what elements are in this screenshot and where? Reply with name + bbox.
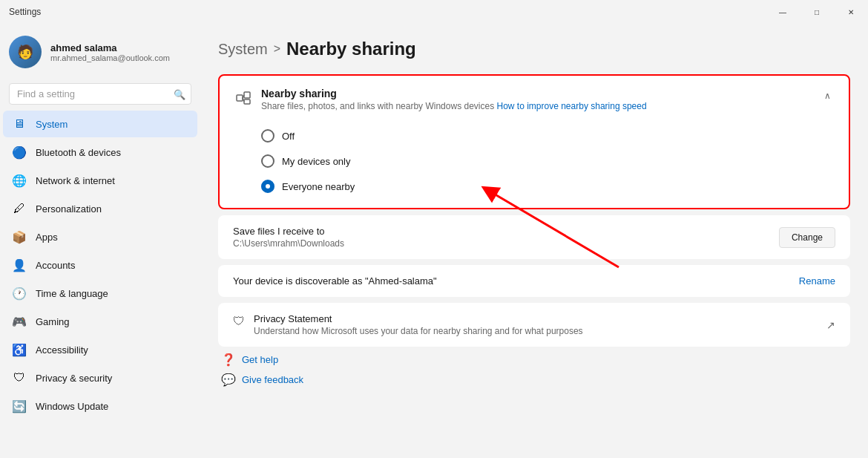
sidebar-item-bluetooth[interactable]: 🔵 Bluetooth & devices	[3, 139, 197, 166]
sidebar-item-gaming-label: Gaming	[36, 316, 70, 327]
privacy-icon: 🛡	[12, 370, 27, 385]
sidebar-item-update[interactable]: 🔄 Windows Update	[3, 393, 197, 419]
nearby-sharing-title: Nearby sharing	[261, 88, 647, 99]
privacy-title: Privacy Statement	[254, 313, 583, 324]
sidebar-item-apps[interactable]: 📦 Apps	[3, 223, 197, 250]
option-off[interactable]: Off	[261, 129, 834, 143]
bluetooth-icon: 🔵	[12, 145, 27, 160]
accessibility-icon: ♿	[12, 342, 27, 357]
user-name: ahmed salama	[50, 42, 170, 53]
sidebar-item-accounts-label: Accounts	[36, 260, 75, 271]
nearby-sharing-collapse-button[interactable]: ∧	[821, 88, 834, 104]
privacy-text: Privacy Statement Understand how Microso…	[254, 313, 583, 336]
option-my-devices[interactable]: My devices only	[261, 154, 834, 168]
nav-list: 🖥 System 🔵 Bluetooth & devices 🌐 Network…	[0, 111, 200, 421]
app-layout: 🧑 ahmed salama mr.ahmed_salama@outlook.c…	[0, 24, 868, 458]
device-text: Your device is discoverable as "Ahmed-sa…	[233, 275, 437, 287]
svg-line-4	[243, 98, 244, 102]
svg-rect-2	[244, 99, 250, 104]
footer-links: ❓ Get help 💬 Give feedback	[218, 353, 850, 387]
content-area: System > Nearby sharing	[200, 24, 868, 458]
get-help-label: Get help	[242, 354, 278, 365]
privacy-shield-icon: 🛡	[233, 315, 245, 328]
sidebar-item-privacy[interactable]: 🛡 Privacy & security	[3, 364, 197, 391]
sidebar-item-accessibility[interactable]: ♿ Accessibility	[3, 336, 197, 363]
nearby-sharing-header: Nearby sharing Share files, photos, and …	[220, 76, 849, 123]
time-icon: 🕐	[12, 286, 27, 301]
personalization-icon: 🖊	[12, 201, 27, 216]
get-help-link[interactable]: ❓ Get help	[221, 353, 850, 367]
user-info: ahmed salama mr.ahmed_salama@outlook.com	[50, 42, 170, 62]
radio-everyone[interactable]	[261, 180, 274, 193]
update-icon: 🔄	[12, 399, 27, 413]
sidebar-item-system-label: System	[36, 119, 68, 130]
privacy-inner: 🛡 Privacy Statement Understand how Micro…	[218, 303, 850, 347]
save-files-title: Save files I receive to	[233, 226, 344, 237]
page-header: System > Nearby sharing	[218, 39, 850, 59]
page-title: Nearby sharing	[286, 39, 416, 59]
sidebar-item-network[interactable]: 🌐 Network & internet	[3, 167, 197, 194]
privacy-card: 🛡 Privacy Statement Understand how Micro…	[218, 303, 850, 347]
sidebar: 🧑 ahmed salama mr.ahmed_salama@outlook.c…	[0, 24, 200, 458]
gaming-icon: 🎮	[12, 314, 27, 329]
option-everyone[interactable]: Everyone nearby	[261, 180, 834, 193]
apps-icon: 📦	[12, 229, 27, 244]
accounts-icon: 👤	[12, 258, 27, 272]
window-controls: — □ ✕	[766, 0, 868, 24]
sidebar-item-time-label: Time & language	[36, 288, 108, 299]
user-email: mr.ahmed_salama@outlook.com	[50, 53, 170, 62]
sidebar-item-bluetooth-label: Bluetooth & devices	[36, 147, 121, 158]
nearby-sharing-card: Nearby sharing Share files, photos, and …	[218, 74, 850, 209]
sidebar-item-time[interactable]: 🕐 Time & language	[3, 280, 197, 307]
avatar: 🧑	[9, 36, 42, 68]
titlebar: Settings — □ ✕	[0, 0, 868, 24]
close-button[interactable]: ✕	[834, 0, 868, 24]
save-files-path: C:\Users\mrahm\Downloads	[233, 238, 344, 249]
give-feedback-label: Give feedback	[242, 374, 303, 385]
radio-options-area: Off My devices only Everyone nearby	[220, 123, 849, 208]
maximize-button[interactable]: □	[800, 0, 834, 24]
search-icon: 🔍	[174, 88, 185, 99]
sidebar-item-gaming[interactable]: 🎮 Gaming	[3, 308, 197, 335]
sidebar-item-personalization[interactable]: 🖊 Personalization	[3, 195, 197, 222]
radio-my-devices[interactable]	[261, 154, 274, 168]
privacy-left: 🛡 Privacy Statement Understand how Micro…	[233, 313, 583, 336]
save-files-inner: Save files I receive to C:\Users\mrahm\D…	[218, 215, 850, 259]
give-feedback-icon: 💬	[221, 373, 236, 387]
sidebar-item-update-label: Windows Update	[36, 401, 108, 412]
privacy-desc: Understand how Microsoft uses your data …	[254, 326, 583, 336]
rename-link[interactable]: Rename	[799, 275, 835, 287]
nearby-sharing-text: Nearby sharing Share files, photos, and …	[261, 88, 647, 111]
radio-off[interactable]	[261, 129, 274, 143]
sidebar-item-accessibility-label: Accessibility	[36, 344, 88, 356]
sidebar-item-accounts[interactable]: 👤 Accounts	[3, 252, 197, 278]
external-link-icon[interactable]: ↗	[826, 319, 835, 331]
breadcrumb: System	[218, 41, 268, 58]
save-files-info: Save files I receive to C:\Users\mrahm\D…	[233, 226, 344, 249]
option-everyone-label: Everyone nearby	[282, 181, 355, 192]
save-files-card: Save files I receive to C:\Users\mrahm\D…	[218, 215, 850, 259]
nearby-sharing-link[interactable]: How to improve nearby sharing speed	[497, 101, 647, 111]
sidebar-item-personalization-label: Personalization	[36, 203, 102, 215]
app-title: Settings	[9, 7, 41, 17]
give-feedback-link[interactable]: 💬 Give feedback	[221, 373, 850, 387]
system-icon: 🖥	[12, 117, 27, 131]
change-button[interactable]: Change	[779, 227, 835, 248]
option-off-label: Off	[282, 131, 295, 142]
device-card: Your device is discoverable as "Ahmed-sa…	[218, 265, 850, 297]
user-profile[interactable]: 🧑 ahmed salama mr.ahmed_salama@outlook.c…	[0, 24, 200, 80]
nearby-sharing-header-left: Nearby sharing Share files, photos, and …	[234, 88, 647, 111]
breadcrumb-separator: >	[274, 42, 280, 56]
svg-rect-1	[244, 92, 250, 98]
nearby-sharing-icon	[234, 89, 252, 107]
sidebar-item-network-label: Network & internet	[36, 175, 115, 186]
get-help-icon: ❓	[221, 353, 236, 367]
device-inner: Your device is discoverable as "Ahmed-sa…	[218, 265, 850, 297]
annotation-container: Nearby sharing Share files, photos, and …	[218, 74, 850, 209]
sidebar-item-privacy-label: Privacy & security	[36, 373, 112, 384]
search-box[interactable]: 🔍	[9, 83, 191, 105]
minimize-button[interactable]: —	[766, 0, 800, 24]
search-input[interactable]	[9, 83, 191, 105]
sidebar-item-system[interactable]: 🖥 System	[3, 111, 197, 137]
nearby-sharing-desc: Share files, photos, and links with near…	[261, 101, 647, 111]
